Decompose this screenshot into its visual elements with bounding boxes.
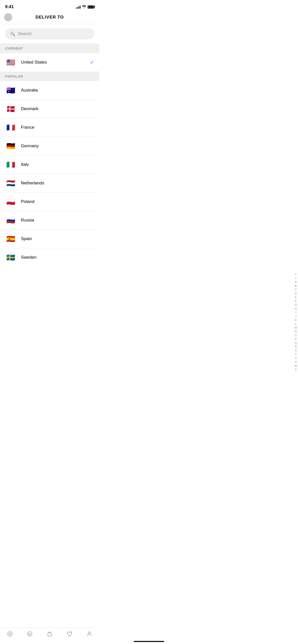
search-container: 🔍 Search	[0, 24, 99, 43]
popular-country-list: 🇦🇺 Australia 🇩🇰 Denmark 🇫🇷 France 🇩🇪 Ger…	[0, 81, 99, 267]
fr-flag: 🇫🇷	[5, 122, 16, 133]
battery-icon	[88, 5, 94, 9]
country-name-germany: Germany	[21, 143, 94, 149]
status-time: 9:41	[5, 4, 14, 9]
list-item[interactable]: 🇷🇺 Russia	[0, 211, 99, 230]
country-name-denmark: Denmark	[21, 106, 94, 111]
country-name-france: France	[21, 125, 94, 130]
signal-icon	[76, 5, 80, 9]
list-item[interactable]: 🇮🇹 Italy	[0, 155, 99, 174]
page-title: DELIVER TO	[35, 15, 64, 20]
selected-checkmark: ✓	[90, 59, 94, 65]
status-icons	[76, 5, 94, 9]
pl-flag: 🇵🇱	[5, 196, 16, 207]
list-item[interactable]: 🇫🇷 France	[0, 118, 99, 137]
wifi-icon	[82, 5, 86, 9]
search-placeholder: Search	[18, 31, 32, 36]
back-button[interactable]	[4, 13, 12, 21]
status-bar: 9:41	[0, 0, 99, 12]
current-country-list: 🇺🇸 United States ✓	[0, 53, 99, 71]
country-name-spain: Spain	[21, 236, 94, 241]
country-name-poland: Poland	[21, 199, 94, 204]
ru-flag: 🇷🇺	[5, 215, 16, 226]
current-country-name: United States	[21, 60, 90, 65]
list-item[interactable]: 🇩🇰 Denmark	[0, 100, 99, 118]
de-flag: 🇩🇪	[5, 140, 16, 152]
list-item[interactable]: 🇦🇺 Australia	[0, 81, 99, 100]
dk-flag: 🇩🇰	[5, 103, 16, 114]
country-name-netherlands: Netherlands	[21, 181, 94, 186]
it-flag: 🇮🇹	[5, 159, 16, 170]
list-item[interactable]: 🇵🇱 Poland	[0, 193, 99, 211]
list-item[interactable]: 🇩🇪 Germany	[0, 137, 99, 155]
es-flag: 🇪🇸	[5, 233, 16, 244]
country-name-russia: Russia	[21, 218, 94, 223]
list-item[interactable]: 🇸🇪 Sweden	[0, 248, 99, 267]
au-flag: 🇦🇺	[5, 85, 16, 96]
current-section-header: CURRENT	[0, 43, 99, 53]
current-section-label: CURRENT	[5, 47, 23, 50]
country-name-italy: Italy	[21, 162, 94, 167]
us-flag: 🇺🇸	[5, 57, 16, 68]
search-bar[interactable]: 🔍 Search	[5, 28, 94, 39]
popular-section-label: POPULAR	[5, 75, 23, 78]
se-flag: 🇸🇪	[5, 252, 16, 263]
current-country-item[interactable]: 🇺🇸 United States ✓	[0, 53, 99, 71]
list-item[interactable]: 🇪🇸 Spain	[0, 230, 99, 248]
country-name-sweden: Sweden	[21, 255, 94, 260]
list-item[interactable]: 🇳🇱 Netherlands	[0, 174, 99, 193]
popular-section-header: POPULAR	[0, 71, 99, 81]
page-header: DELIVER TO	[0, 12, 99, 24]
country-name-australia: Australia	[21, 88, 94, 93]
search-icon: 🔍	[10, 32, 15, 36]
nl-flag: 🇳🇱	[5, 178, 16, 189]
